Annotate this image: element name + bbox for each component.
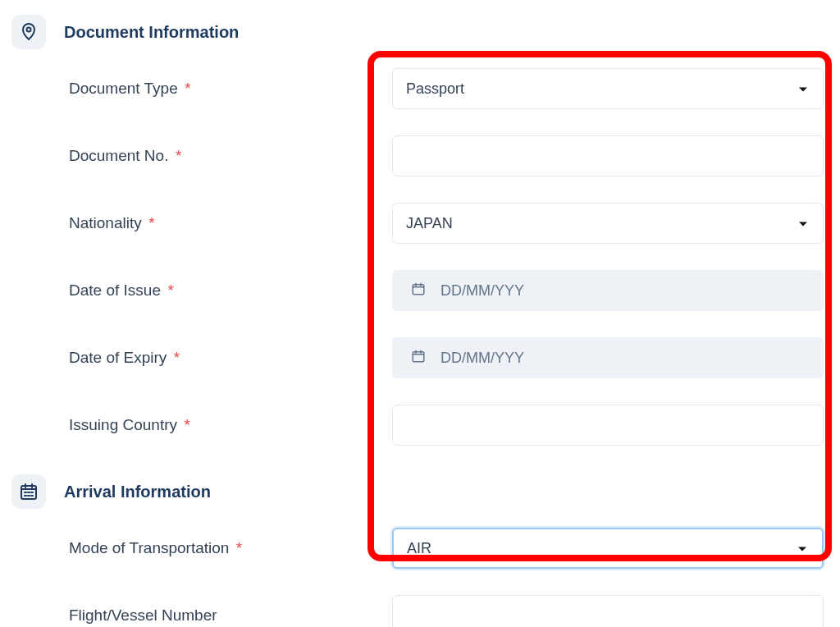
row-date-of-expiry: Date of Expiry * DD/MM/YYY (11, 336, 829, 379)
required-star: * (184, 416, 189, 433)
row-mode-of-transport: Mode of Transportation * AIR (11, 527, 829, 570)
required-star: * (176, 147, 181, 164)
calendar-icon (411, 281, 426, 300)
required-star: * (185, 80, 190, 97)
date-of-issue-placeholder: DD/MM/YYY (441, 282, 524, 300)
required-star: * (167, 281, 173, 299)
flight-vessel-input[interactable] (392, 595, 824, 627)
row-flight-vessel: Flight/Vessel Number (11, 594, 829, 627)
svg-rect-2 (413, 351, 424, 361)
mode-of-transport-select[interactable]: AIR (392, 528, 824, 569)
required-star: * (174, 349, 180, 366)
location-pin-icon (11, 15, 46, 49)
issuing-country-input[interactable] (392, 405, 824, 446)
document-info-header: Document Information (11, 15, 829, 49)
document-type-select[interactable]: Passport (392, 68, 824, 109)
arrival-info-title: Arrival Information (64, 483, 211, 501)
label-flight-vessel: Flight/Vessel Number (69, 606, 217, 624)
mode-of-transport-value: AIR (407, 540, 431, 557)
label-date-of-expiry: Date of Expiry (69, 349, 167, 366)
document-type-value: Passport (406, 80, 464, 98)
required-star: * (148, 214, 154, 231)
arrival-info-header: Arrival Information (11, 474, 829, 509)
chevron-down-icon (798, 215, 808, 232)
document-info-title: Document Information (64, 23, 239, 42)
row-issuing-country: Issuing Country * (11, 404, 829, 446)
date-of-expiry-placeholder: DD/MM/YYY (441, 350, 524, 367)
label-nationality: Nationality (69, 214, 142, 231)
label-issuing-country: Issuing Country (69, 416, 177, 433)
calendar-icon (411, 349, 426, 368)
nationality-select[interactable]: JAPAN (392, 203, 824, 244)
label-mode-of-transport: Mode of Transportation (69, 539, 229, 556)
row-document-type: Document Type * Passport (11, 67, 829, 110)
row-nationality: Nationality * JAPAN (11, 202, 829, 245)
required-star: * (236, 539, 242, 556)
nationality-value: JAPAN (406, 215, 453, 232)
date-of-expiry-input[interactable]: DD/MM/YYY (392, 337, 824, 378)
date-of-issue-input[interactable]: DD/MM/YYY (392, 270, 824, 311)
svg-rect-1 (413, 284, 424, 294)
document-no-input[interactable] (392, 135, 824, 176)
calendar-grid-icon (11, 474, 46, 509)
label-date-of-issue: Date of Issue (69, 281, 161, 299)
label-document-type: Document Type (69, 80, 178, 97)
svg-point-0 (27, 28, 31, 32)
chevron-down-icon (798, 80, 808, 98)
chevron-down-icon (797, 540, 807, 557)
row-document-no: Document No. * (11, 135, 829, 177)
row-date-of-issue: Date of Issue * DD/MM/YYY (11, 269, 829, 312)
label-document-no: Document No. (69, 147, 168, 164)
